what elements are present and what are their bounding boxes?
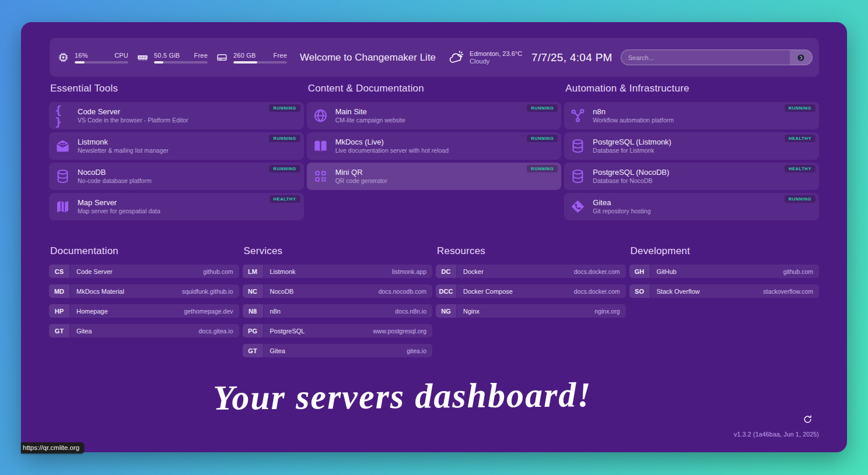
database-icon: [570, 138, 586, 154]
resource-stat-widget: 16% CPU: [57, 51, 128, 64]
greeting-text: Welcome to Changemaker Lite: [300, 52, 436, 64]
resource-stat-widget: 260 GB Free: [216, 51, 287, 64]
search-input[interactable]: [621, 50, 790, 65]
bookmark-row[interactable]: N8 n8n docs.n8n.io: [243, 304, 433, 318]
bookmark-abbr: PG: [243, 324, 264, 337]
map-icon: [55, 199, 71, 214]
bookmark-name: Nginx: [463, 308, 480, 315]
bookmark-url: www.postgresql.org: [373, 328, 426, 335]
header-stats: 16% CPU 50.5 GiB Free 260 GB Free: [57, 51, 295, 64]
service-status-badge: RUNNING: [269, 135, 300, 142]
bookmark-group-title: Documentation: [50, 245, 239, 257]
service-card[interactable]: PostgreSQL (NocoDB) Database for NocoDB …: [564, 163, 819, 190]
bookmark-url: squidfunk.github.io: [182, 288, 233, 295]
bookmark-row[interactable]: NC NocoDB docs.nocodb.com: [243, 284, 433, 298]
service-card[interactable]: Main Site CM-lite campaign website RUNNI…: [307, 102, 562, 129]
bookmark-url: docs.docker.com: [574, 288, 620, 295]
workflow-icon: [570, 108, 586, 124]
bookmark-url: github.com: [783, 268, 813, 275]
bookmark-name: Code Server: [76, 268, 113, 275]
service-card[interactable]: MkDocs (Live) Live documentation server …: [307, 132, 562, 160]
weather-condition: Cloudy: [470, 58, 522, 65]
refresh-button[interactable]: [803, 413, 814, 425]
bookmark-row[interactable]: HP Homepage gethomepage.dev: [49, 304, 239, 318]
bookmark-row[interactable]: SO Stack Overflow stackoverflow.com: [629, 284, 820, 298]
service-description: Database for NocoDB: [593, 177, 669, 185]
bookmark-abbr: LM: [243, 265, 264, 278]
database-icon: [570, 168, 586, 184]
bookmark-abbr: DC: [436, 265, 457, 278]
mail-icon: [55, 138, 71, 154]
bookmark-abbr: NC: [243, 284, 264, 298]
bookmark-name: MkDocs Material: [76, 288, 124, 295]
search-provider-icon: [797, 54, 805, 62]
service-card[interactable]: NocoDB No-code database platform RUNNING: [49, 163, 304, 190]
service-group: Essential Tools { } Code Server VS Code …: [49, 83, 304, 223]
bookmark-row[interactable]: NG Nginx nginx.org: [436, 304, 626, 318]
service-card[interactable]: n8n Workflow automation platform RUNNING: [564, 102, 819, 129]
bookmark-url: docs.gitea.io: [199, 328, 233, 335]
stat-progress-fill: [75, 61, 85, 64]
service-group-title: Essential Tools: [50, 83, 304, 94]
service-status-badge: RUNNING: [527, 104, 558, 112]
service-status-badge: HEALTHY: [785, 135, 816, 142]
search-button[interactable]: [790, 50, 812, 65]
bookmark-groups: Documentation CS Code Server github.com …: [49, 245, 819, 364]
service-description: Database for Listmonk: [593, 147, 671, 154]
service-status-badge: HEALTHY: [270, 195, 300, 203]
bookmark-url: docs.nocodb.com: [379, 288, 426, 295]
bookmark-name: Listmonk: [270, 268, 296, 275]
service-description: No-code database platform: [78, 177, 152, 185]
resource-stat-widget: 50.5 GiB Free: [136, 51, 208, 64]
service-status-badge: RUNNING: [785, 104, 816, 112]
service-card[interactable]: { } Code Server VS Code in the browser -…: [49, 102, 304, 129]
service-name: Code Server: [78, 107, 188, 117]
service-card[interactable]: PostgreSQL (Listmonk) Database for Listm…: [564, 132, 819, 160]
bookmark-name: Stack Overflow: [657, 288, 700, 295]
service-status-badge: RUNNING: [785, 195, 816, 203]
service-card[interactable]: Listmonk Newsletter & mailing list manag…: [49, 132, 304, 160]
service-status-badge: RUNNING: [527, 165, 558, 173]
stat-progress-track: [75, 61, 128, 64]
weather-widget[interactable]: Edmonton, 23.6°C Cloudy: [449, 50, 522, 65]
service-description: QR code generator: [335, 177, 387, 185]
stat-label: Free: [274, 52, 287, 59]
stat-progress-track: [233, 61, 287, 64]
qr-icon: [313, 168, 328, 184]
bookmark-group: Resources DC Docker docs.docker.com DCC …: [436, 245, 626, 324]
service-group: Automation & Infrastructure n8n Workflow…: [564, 83, 819, 223]
bookmark-row[interactable]: GT Gitea docs.gitea.io: [49, 324, 239, 337]
service-name: n8n: [593, 107, 674, 117]
bookmark-name: n8n: [270, 308, 281, 315]
git-icon: [570, 199, 586, 214]
bookmark-abbr: SO: [629, 284, 651, 298]
service-card[interactable]: Mini QR QR code generator RUNNING: [307, 163, 562, 190]
bookmark-name: Gitea: [76, 328, 92, 335]
stat-progress-fill: [154, 61, 163, 64]
stat-progress-fill: [233, 61, 257, 64]
bookmark-row[interactable]: DC Docker docs.docker.com: [436, 265, 626, 278]
bookmark-row[interactable]: LM Listmonk listmonk.app: [243, 265, 433, 278]
stat-value: 16%: [75, 52, 88, 59]
service-status-badge: RUNNING: [269, 165, 300, 173]
header-card: 16% CPU 50.5 GiB Free 260 GB Free: [50, 38, 819, 77]
datetime-text: 7/7/25, 4:04 PM: [531, 51, 612, 64]
service-status-badge: RUNNING: [269, 104, 300, 112]
stat-progress-track: [154, 61, 208, 64]
cpu-icon: [57, 51, 69, 64]
service-card[interactable]: Map Server Map server for geospatial dat…: [49, 193, 304, 220]
bookmark-row[interactable]: GT Gitea gitea.io: [243, 344, 433, 357]
bookmark-row[interactable]: GH GitHub github.com: [629, 265, 820, 278]
service-group: Content & Documentation Main Site CM-lit…: [307, 83, 562, 193]
bookmark-abbr: MD: [49, 284, 71, 298]
bookmark-row[interactable]: MD MkDocs Material squidfunk.github.io: [49, 284, 239, 298]
service-card[interactable]: Gitea Git repository hosting RUNNING: [564, 193, 819, 220]
service-description: Workflow automation platform: [593, 117, 674, 124]
service-status-badge: RUNNING: [527, 135, 558, 142]
bookmark-row[interactable]: DCC Docker Compose docs.docker.com: [436, 284, 626, 298]
bookmark-row[interactable]: CS Code Server github.com: [49, 265, 239, 278]
bookmark-row[interactable]: PG PostgreSQL www.postgresql.org: [243, 324, 433, 337]
service-group-title: Content & Documentation: [308, 83, 562, 94]
book-icon: [313, 138, 328, 154]
stat-value: 260 GB: [233, 52, 256, 59]
